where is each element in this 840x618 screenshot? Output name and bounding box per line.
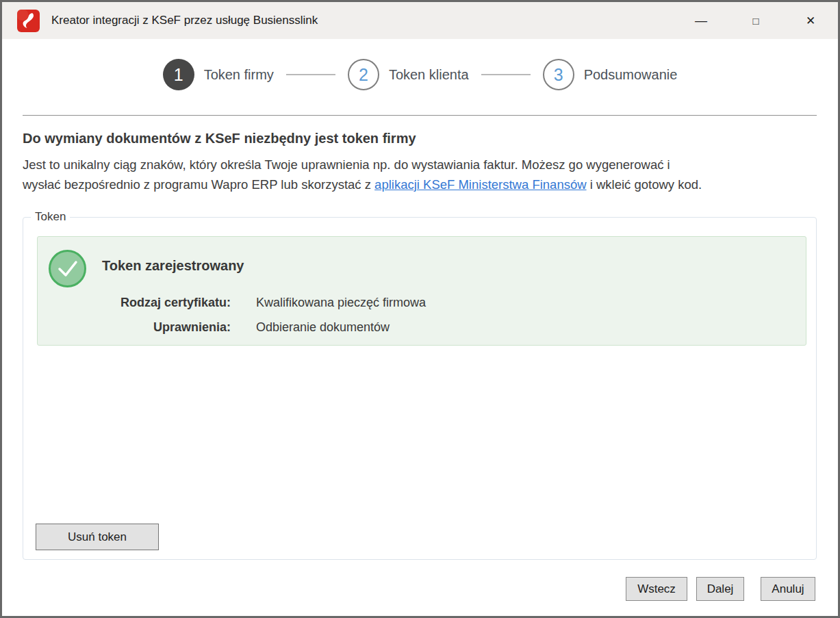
intro-line1: Jest to unikalny ciąg znaków, który okre… (23, 157, 670, 172)
success-check-icon (49, 250, 86, 287)
step-token-klienta: 2 Token klienta (348, 59, 469, 90)
detail-value: Odbieranie dokumentów (256, 318, 390, 337)
step-connector (286, 74, 335, 75)
ksef-ministry-link[interactable]: aplikacji KSeF Ministerstwa Finansów (374, 177, 586, 192)
step-podsumowanie: 3 Podsumowanie (543, 59, 678, 90)
wizard-window: Kreator integracji z KSeF przez usługę B… (0, 0, 840, 618)
detail-label: Rodzaj certyfikatu: (38, 293, 231, 313)
detail-row-permissions: Uprawnienia: Odbieranie dokumentów (38, 318, 806, 337)
back-button[interactable]: Wstecz (626, 577, 687, 601)
status-title: Token zarejestrowany (102, 258, 244, 274)
window-title: Kreator integracji z KSeF przez usługę B… (51, 14, 318, 27)
title-bar: Kreator integracji z KSeF przez usługę B… (2, 2, 838, 39)
page-title: Do wymiany dokumentów z KSeF niezbędny j… (23, 131, 416, 146)
wizard-stepper: 1 Token firmy 2 Token klienta 3 Podsumow… (2, 57, 838, 92)
detail-row-certificate: Rodzaj certyfikatu: Kwalifikowana pieczę… (38, 293, 806, 313)
next-button[interactable]: Dalej (696, 577, 744, 601)
wapro-logo-icon (17, 10, 40, 32)
detail-label: Uprawnienia: (38, 318, 231, 337)
detail-value: Kwalifikowana pieczęć firmowa (256, 293, 426, 313)
token-groupbox-legend: Token (31, 210, 70, 224)
token-groupbox: Token Token zarejestrowany Rodzaj certyf… (23, 217, 817, 560)
step-2-circle: 2 (348, 59, 379, 90)
step-connector (481, 74, 531, 75)
intro-line2-after-link: i wkleić gotowy kod. (587, 177, 702, 192)
token-details: Rodzaj certyfikatu: Kwalifikowana pieczę… (38, 293, 806, 342)
maximize-icon[interactable]: □ (728, 2, 783, 39)
wizard-footer-buttons: Wstecz Dalej Anuluj (626, 577, 815, 601)
cancel-button[interactable]: Anuluj (761, 577, 815, 601)
step-token-firmy: 1 Token firmy (163, 59, 274, 90)
step-3-circle: 3 (543, 59, 574, 90)
intro-line2-before-link: wysłać bezpośrednio z programu Wapro ERP… (23, 177, 374, 192)
step-1-label: Token firmy (204, 67, 274, 83)
step-1-circle: 1 (163, 59, 194, 90)
remove-token-button[interactable]: Usuń token (36, 524, 159, 550)
intro-paragraph: Jest to unikalny ciąg znaków, który okre… (23, 155, 820, 194)
token-status-panel: Token zarejestrowany Rodzaj certyfikatu:… (37, 236, 806, 346)
stepper-divider (23, 115, 817, 116)
caption-buttons: — □ ✕ (674, 2, 838, 39)
step-3-label: Podsumowanie (584, 67, 678, 83)
minimize-icon[interactable]: — (674, 2, 728, 39)
step-2-label: Token klienta (389, 67, 469, 83)
close-icon[interactable]: ✕ (783, 2, 838, 39)
